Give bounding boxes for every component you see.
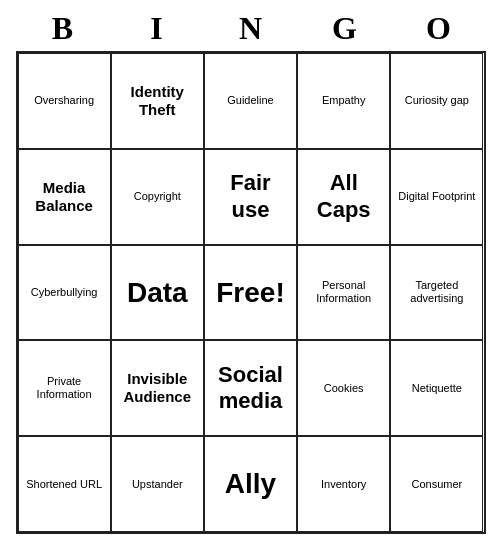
bingo-cell: Identity Theft [111, 53, 204, 149]
bingo-cell: Empathy [297, 53, 390, 149]
bingo-cell: Targeted advertising [390, 245, 483, 341]
bingo-cell: Guideline [204, 53, 297, 149]
bingo-cell: Fair use [204, 149, 297, 245]
bingo-cell: Shortened URL [18, 436, 111, 532]
bingo-cell: Data [111, 245, 204, 341]
bingo-cell: Netiquette [390, 340, 483, 436]
bingo-cell: Free! [204, 245, 297, 341]
bingo-header: BINGO [16, 10, 486, 47]
bingo-cell: All Caps [297, 149, 390, 245]
bingo-cell: Upstander [111, 436, 204, 532]
bingo-cell: Cookies [297, 340, 390, 436]
bingo-cell: Curiosity gap [390, 53, 483, 149]
bingo-letter: G [301, 10, 389, 47]
bingo-cell: Cyberbullying [18, 245, 111, 341]
bingo-cell: Oversharing [18, 53, 111, 149]
bingo-cell: Digital Footprint [390, 149, 483, 245]
bingo-cell: Private Information [18, 340, 111, 436]
bingo-letter: I [113, 10, 201, 47]
bingo-cell: Copyright [111, 149, 204, 245]
bingo-cell: Media Balance [18, 149, 111, 245]
bingo-cell: Invisible Audience [111, 340, 204, 436]
bingo-letter: O [395, 10, 483, 47]
bingo-cell: Social media [204, 340, 297, 436]
bingo-letter: N [207, 10, 295, 47]
bingo-cell: Consumer [390, 436, 483, 532]
bingo-cell: Inventory [297, 436, 390, 532]
bingo-grid: OversharingIdentity TheftGuidelineEmpath… [16, 51, 486, 534]
bingo-letter: B [19, 10, 107, 47]
bingo-cell: Ally [204, 436, 297, 532]
bingo-cell: Personal Information [297, 245, 390, 341]
